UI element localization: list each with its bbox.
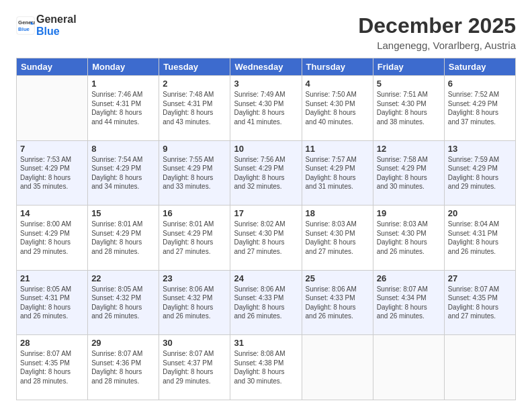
cell-info: Sunrise: 8:07 AM bbox=[20, 349, 84, 359]
cell-info: Sunset: 4:32 PM bbox=[91, 293, 155, 303]
cell-info: Daylight: 8 hours bbox=[377, 303, 441, 312]
cell-info: and 35 minutes. bbox=[20, 182, 84, 191]
cell-info: and 26 minutes. bbox=[377, 247, 441, 257]
cell-info: Sunset: 4:30 PM bbox=[234, 99, 298, 109]
cell-info: Sunset: 4:29 PM bbox=[163, 229, 226, 238]
calendar-cell: 21Sunrise: 8:05 AMSunset: 4:31 PMDayligh… bbox=[17, 270, 88, 335]
cell-info: Daylight: 8 hours bbox=[91, 367, 155, 377]
cell-info: Sunrise: 7:54 AM bbox=[91, 155, 155, 165]
cell-info: and 38 minutes. bbox=[377, 118, 441, 127]
cell-info: and 37 minutes. bbox=[448, 118, 512, 127]
calendar-cell: 17Sunrise: 8:02 AMSunset: 4:30 PMDayligh… bbox=[230, 205, 302, 271]
cell-info: Daylight: 8 hours bbox=[448, 238, 512, 247]
cell-info: Sunset: 4:29 PM bbox=[448, 164, 512, 173]
day-number: 27 bbox=[448, 273, 512, 283]
calendar-cell: 14Sunrise: 8:00 AMSunset: 4:29 PMDayligh… bbox=[17, 205, 88, 271]
day-header-monday: Monday bbox=[88, 58, 159, 76]
calendar-cell: 4Sunrise: 7:50 AMSunset: 4:30 PMDaylight… bbox=[302, 76, 373, 141]
calendar-table: SundayMondayTuesdayWednesdayThursdayFrid… bbox=[16, 58, 516, 400]
header: General Blue General Blue December 2025 … bbox=[16, 13, 516, 51]
cell-info: Daylight: 8 hours bbox=[20, 303, 84, 312]
cell-info: Sunrise: 8:05 AM bbox=[91, 285, 155, 294]
cell-info: Daylight: 8 hours bbox=[163, 238, 226, 247]
cell-info: and 26 minutes. bbox=[91, 312, 155, 321]
calendar-cell bbox=[444, 335, 515, 400]
cell-info: and 26 minutes. bbox=[306, 312, 369, 321]
week-row-5: 28Sunrise: 8:07 AMSunset: 4:35 PMDayligh… bbox=[17, 335, 516, 400]
svg-text:Blue: Blue bbox=[18, 26, 30, 32]
cell-info: and 34 minutes. bbox=[91, 182, 155, 191]
calendar-cell: 8Sunrise: 7:54 AMSunset: 4:29 PMDaylight… bbox=[88, 140, 159, 205]
cell-info: Sunrise: 8:01 AM bbox=[91, 220, 155, 229]
day-header-tuesday: Tuesday bbox=[159, 58, 230, 76]
calendar-cell: 30Sunrise: 8:07 AMSunset: 4:37 PMDayligh… bbox=[159, 335, 230, 400]
week-row-2: 7Sunrise: 7:53 AMSunset: 4:29 PMDaylight… bbox=[17, 140, 516, 205]
cell-info: Sunset: 4:30 PM bbox=[306, 99, 369, 109]
cell-info: Daylight: 8 hours bbox=[20, 173, 84, 183]
day-number: 28 bbox=[20, 338, 84, 348]
day-number: 18 bbox=[306, 208, 369, 218]
cell-info: Daylight: 8 hours bbox=[306, 303, 369, 312]
cell-info: Sunrise: 8:05 AM bbox=[20, 285, 84, 294]
calendar-cell: 7Sunrise: 7:53 AMSunset: 4:29 PMDaylight… bbox=[17, 140, 88, 205]
cell-info: Sunset: 4:34 PM bbox=[377, 293, 441, 303]
cell-info: Sunset: 4:38 PM bbox=[234, 359, 298, 368]
cell-info: and 26 minutes. bbox=[20, 312, 84, 321]
cell-info: Sunrise: 8:03 AM bbox=[377, 220, 441, 229]
cell-info: Sunrise: 7:58 AM bbox=[377, 155, 441, 165]
cell-info: and 29 minutes. bbox=[20, 247, 84, 257]
cell-info: Sunrise: 8:08 AM bbox=[234, 349, 298, 359]
cell-info: Sunset: 4:31 PM bbox=[20, 293, 84, 303]
cell-info: Sunrise: 8:00 AM bbox=[20, 220, 84, 229]
calendar-cell: 16Sunrise: 8:01 AMSunset: 4:29 PMDayligh… bbox=[159, 205, 230, 271]
cell-info: Daylight: 8 hours bbox=[234, 303, 298, 312]
calendar-cell: 24Sunrise: 8:06 AMSunset: 4:33 PMDayligh… bbox=[230, 270, 302, 335]
cell-info: and 26 minutes. bbox=[234, 312, 298, 321]
calendar-cell: 12Sunrise: 7:58 AMSunset: 4:29 PMDayligh… bbox=[373, 140, 444, 205]
day-number: 1 bbox=[91, 79, 155, 89]
cell-info: Daylight: 8 hours bbox=[163, 173, 226, 183]
cell-info: Sunrise: 8:03 AM bbox=[306, 220, 369, 229]
day-number: 19 bbox=[377, 208, 441, 218]
calendar-header-row: SundayMondayTuesdayWednesdayThursdayFrid… bbox=[17, 58, 516, 76]
cell-info: Daylight: 8 hours bbox=[91, 173, 155, 183]
cell-info: Sunrise: 7:53 AM bbox=[20, 155, 84, 165]
cell-info: Sunset: 4:29 PM bbox=[20, 164, 84, 173]
day-header-saturday: Saturday bbox=[444, 58, 515, 76]
day-header-friday: Friday bbox=[373, 58, 444, 76]
cell-info: Daylight: 8 hours bbox=[163, 108, 226, 118]
cell-info: Sunrise: 7:55 AM bbox=[163, 155, 226, 165]
week-row-3: 14Sunrise: 8:00 AMSunset: 4:29 PMDayligh… bbox=[17, 205, 516, 271]
cell-info: Sunrise: 7:50 AM bbox=[306, 90, 369, 99]
cell-info: and 26 minutes. bbox=[377, 312, 441, 321]
day-number: 8 bbox=[91, 144, 155, 154]
calendar-cell: 28Sunrise: 8:07 AMSunset: 4:35 PMDayligh… bbox=[17, 335, 88, 400]
calendar-cell: 11Sunrise: 7:57 AMSunset: 4:29 PMDayligh… bbox=[302, 140, 373, 205]
cell-info: Sunset: 4:30 PM bbox=[377, 99, 441, 109]
cell-info: and 30 minutes. bbox=[377, 182, 441, 191]
cell-info: and 41 minutes. bbox=[234, 118, 298, 127]
cell-info: Sunrise: 7:57 AM bbox=[306, 155, 369, 165]
week-row-1: 1Sunrise: 7:46 AMSunset: 4:31 PMDaylight… bbox=[17, 76, 516, 141]
day-number: 15 bbox=[91, 208, 155, 218]
cell-info: Sunrise: 8:07 AM bbox=[163, 349, 226, 359]
calendar-cell: 27Sunrise: 8:07 AMSunset: 4:35 PMDayligh… bbox=[444, 270, 515, 335]
cell-info: Sunrise: 7:48 AM bbox=[163, 90, 226, 99]
calendar-cell: 31Sunrise: 8:08 AMSunset: 4:38 PMDayligh… bbox=[230, 335, 302, 400]
day-number: 30 bbox=[163, 338, 226, 348]
cell-info: Sunset: 4:29 PM bbox=[91, 229, 155, 238]
calendar-cell: 1Sunrise: 7:46 AMSunset: 4:31 PMDaylight… bbox=[88, 76, 159, 141]
logo-icon: General Blue bbox=[16, 16, 35, 35]
calendar-cell bbox=[373, 335, 444, 400]
day-header-wednesday: Wednesday bbox=[230, 58, 302, 76]
day-number: 2 bbox=[163, 79, 226, 89]
day-header-sunday: Sunday bbox=[17, 58, 88, 76]
cell-info: and 26 minutes. bbox=[448, 247, 512, 257]
cell-info: and 31 minutes. bbox=[306, 182, 369, 191]
cell-info: Sunrise: 8:07 AM bbox=[377, 285, 441, 294]
cell-info: Sunset: 4:35 PM bbox=[448, 293, 512, 303]
cell-info: Sunset: 4:30 PM bbox=[234, 229, 298, 238]
cell-info: Sunset: 4:29 PM bbox=[91, 164, 155, 173]
cell-info: Sunrise: 7:46 AM bbox=[91, 90, 155, 99]
cell-info: and 33 minutes. bbox=[163, 182, 226, 191]
